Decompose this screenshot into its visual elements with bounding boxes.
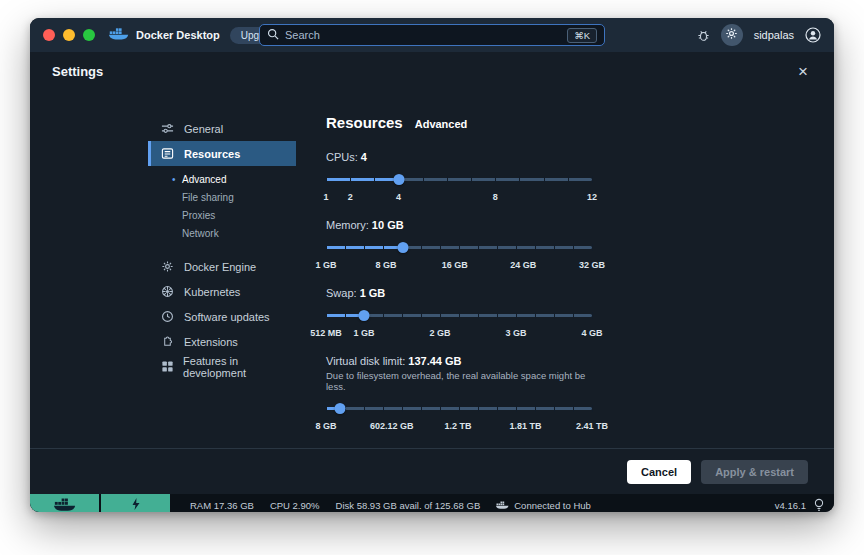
slider-tick (573, 312, 574, 319)
resource-status-segment[interactable] (101, 494, 170, 512)
slider-tick-label: 32 GB (579, 260, 605, 270)
slider-tick-label: 4 (396, 192, 401, 202)
slider-tick (478, 405, 479, 412)
disk-status: Disk 58.93 GB avail. of 125.68 GB (336, 500, 481, 511)
slider-tick (440, 312, 441, 319)
slider-tick (535, 312, 536, 319)
slider-tick (535, 405, 536, 412)
slider-tick-label: 8 GB (376, 260, 397, 270)
close-window-button[interactable] (43, 29, 55, 41)
sidebar-subitem-file-sharing[interactable]: File sharing (148, 188, 296, 206)
slider-tick (544, 176, 545, 183)
slider-tick (497, 312, 498, 319)
sidebar-item-docker-engine[interactable]: Docker Engine (148, 254, 296, 279)
slider-tick (423, 176, 424, 183)
search-icon (267, 26, 279, 44)
search-input[interactable]: Search ⌘K (259, 24, 605, 46)
cpu-slider[interactable] (326, 173, 592, 186)
memory-slider[interactable] (326, 241, 592, 254)
slider-tick-label: 602.12 GB (370, 421, 414, 431)
slider-fill (326, 178, 399, 181)
cpu-label: CPUs: 4 (326, 151, 592, 163)
slider-tick (402, 405, 403, 412)
engine-status-segment[interactable] (30, 494, 99, 512)
slider-tick-label: 8 (493, 192, 498, 202)
slider-tick (383, 405, 384, 412)
slider-tick (592, 405, 593, 412)
ram-status: RAM 17.36 GB (190, 500, 254, 511)
bug-icon[interactable] (697, 29, 710, 42)
sidebar-item-label: Software updates (184, 311, 270, 323)
close-settings-button[interactable]: × (798, 63, 808, 80)
slider-tick-label: 2 GB (430, 328, 451, 338)
slider-tick-label: 4 GB (581, 328, 602, 338)
hub-connection-status[interactable]: Connected to Hub (496, 500, 591, 511)
zoom-window-button[interactable] (83, 29, 95, 41)
slider-handle[interactable] (335, 403, 346, 414)
sidebar-item-label: Kubernetes (184, 286, 240, 298)
slider-tick-label: 2.41 TB (576, 421, 608, 431)
slider-tick (554, 244, 555, 251)
swap-slider-group: Swap: 1 GB 512 MB1 GB2 GB3 GB4 GB (326, 287, 592, 339)
version-label: v4.16.1 (775, 500, 806, 511)
slider-tick-label: 3 GB (505, 328, 526, 338)
slider-tick (516, 244, 517, 251)
slider-handle[interactable] (359, 310, 370, 321)
sidebar-item-kubernetes[interactable]: Kubernetes (148, 279, 296, 304)
whats-new-icon[interactable] (814, 498, 824, 512)
slider-tick-label: 512 MB (310, 328, 342, 338)
slider-tick (326, 176, 327, 183)
cpu-slider-labels: 124812 (326, 192, 592, 203)
sidebar-item-label: Extensions (184, 336, 238, 348)
sliders-icon (161, 122, 175, 135)
slider-tick (592, 176, 593, 183)
sidebar-subitem-proxies[interactable]: Proxies (148, 206, 296, 224)
slider-tick-label: 1.81 TB (509, 421, 541, 431)
slider-tick (497, 405, 498, 412)
bolt-icon (132, 498, 140, 512)
sidebar-item-extensions[interactable]: Extensions (148, 329, 296, 354)
slider-tick (478, 312, 479, 319)
slider-handle[interactable] (398, 242, 409, 253)
cancel-button[interactable]: Cancel (627, 460, 691, 484)
whale-icon (109, 26, 129, 44)
username-label[interactable]: sidpalas (754, 29, 794, 41)
slider-tick (516, 312, 517, 319)
slider-tick (573, 244, 574, 251)
extensions-icon (161, 335, 175, 348)
app-title: Docker Desktop (136, 29, 220, 41)
sidebar-subitem-advanced[interactable]: •Advanced (148, 170, 296, 188)
slider-tick (447, 176, 448, 183)
slider-tick (535, 244, 536, 251)
disk-slider[interactable] (326, 402, 592, 415)
whale-icon (496, 500, 509, 511)
disk-slider-labels: 8 GB602.12 GB1.2 TB1.81 TB2.41 TB (326, 421, 592, 432)
whale-icon (54, 496, 76, 512)
slider-tick (326, 405, 327, 412)
swap-slider[interactable] (326, 309, 592, 322)
slider-handle[interactable] (393, 174, 404, 185)
slider-tick (459, 405, 460, 412)
sidebar-item-features-in-development[interactable]: Features in development (148, 354, 296, 379)
sidebar-item-label: Resources (184, 148, 240, 160)
slider-tick (459, 312, 460, 319)
sidebar-subitem-network[interactable]: Network (148, 224, 296, 242)
minimize-window-button[interactable] (63, 29, 75, 41)
slider-tick (421, 244, 422, 251)
slider-tick (374, 176, 375, 183)
apply-restart-button[interactable]: Apply & restart (701, 460, 808, 484)
slider-tick (364, 405, 365, 412)
sidebar-item-resources[interactable]: Resources (148, 141, 296, 166)
sidebar-item-software-updates[interactable]: Software updates (148, 304, 296, 329)
slider-tick (326, 244, 327, 251)
titlebar: Docker Desktop Upgrade plan Search ⌘K si… (30, 18, 834, 52)
sidebar-subitem-label: Network (182, 228, 219, 239)
avatar-icon[interactable] (805, 27, 821, 43)
slider-tick (350, 176, 351, 183)
active-bullet: • (172, 174, 176, 185)
settings-gear-button[interactable] (721, 24, 743, 46)
slider-tick (554, 312, 555, 319)
memory-label: Memory: 10 GB (326, 219, 592, 231)
settings-footer: Cancel Apply & restart (30, 448, 834, 494)
sidebar-item-general[interactable]: General (148, 116, 296, 141)
